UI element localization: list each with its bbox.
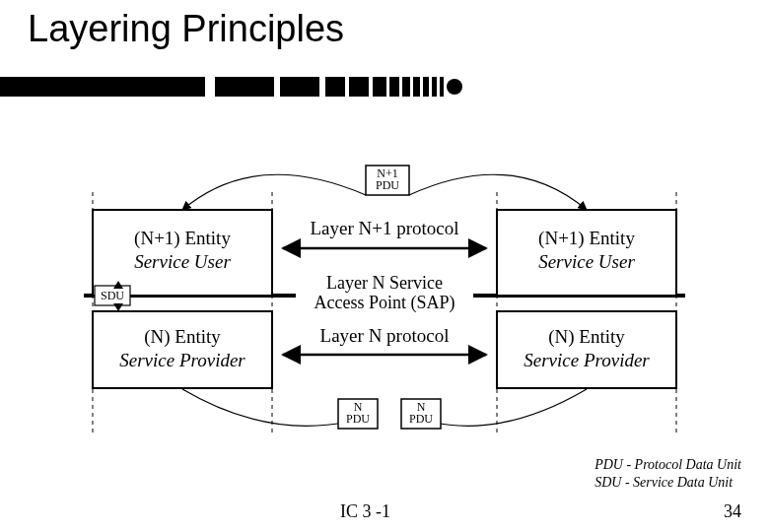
left-n1-entity-line1: (N+1) Entity xyxy=(134,228,231,249)
sdu-label: SDU xyxy=(101,289,124,302)
n1-pdu-label: N+1PDU xyxy=(376,166,399,192)
legend-line-1: PDU - Protocol Data Unit xyxy=(594,456,741,474)
layer-n-protocol-label: Layer N protocol xyxy=(320,325,450,346)
sap-label-line1: Layer N Service xyxy=(326,273,443,293)
layer-n1-protocol-label: Layer N+1 protocol xyxy=(310,218,458,238)
right-n-entity-line2: Service Provider xyxy=(524,350,650,370)
legend-line-2: SDU - Service Data Unit xyxy=(594,474,741,492)
right-n1-entity-line2: Service User xyxy=(538,251,635,272)
footer-code: IC 3 -1 xyxy=(340,501,390,522)
page-number: 34 xyxy=(724,501,741,522)
layering-diagram: N+1PDU (N+1) Entity Service User (N+1) E… xyxy=(0,0,769,532)
legend: PDU - Protocol Data Unit SDU - Service D… xyxy=(594,456,741,491)
left-n-entity-line1: (N) Entity xyxy=(144,326,221,348)
left-n-entity-line2: Service Provider xyxy=(119,350,245,370)
sap-label-line2: Access Point (SAP) xyxy=(315,293,455,313)
right-n-entity-line1: (N) Entity xyxy=(548,326,625,348)
right-n1-entity-line1: (N+1) Entity xyxy=(538,228,635,249)
left-n1-entity-line2: Service User xyxy=(134,251,231,272)
svg-marker-15 xyxy=(113,303,123,311)
